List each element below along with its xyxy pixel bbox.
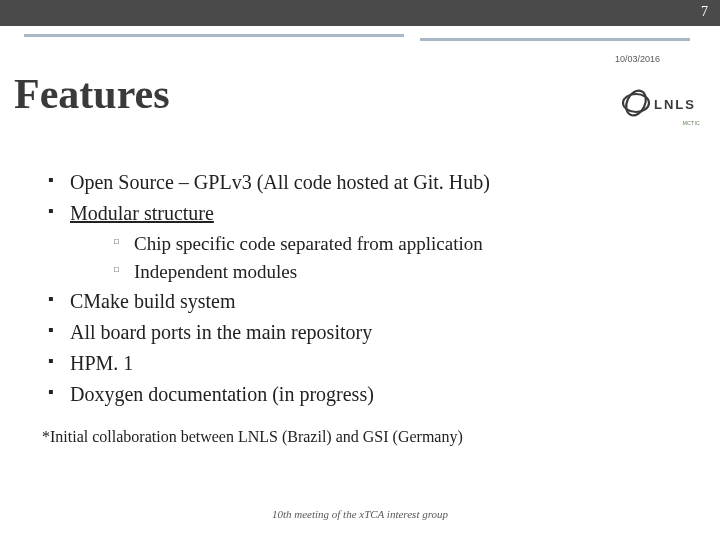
- sub-bullet-chip: Chip specific code separated from applic…: [114, 230, 680, 258]
- logo-subtitle: MCTIC: [622, 120, 700, 126]
- footer-text: 10th meeting of the xTCA interest group: [0, 508, 720, 520]
- divider-line-left: [24, 34, 404, 37]
- lnls-logo-icon: LNLS: [622, 88, 700, 118]
- bullet-list: Open Source – GPLv3 (All code hosted at …: [48, 168, 680, 409]
- divider-line-right: [420, 38, 690, 41]
- bullet-modular-label: Modular structure: [70, 202, 214, 224]
- bullet-modular: Modular structure Chip specific code sep…: [48, 199, 680, 285]
- bullet-cmake: CMake build system: [48, 287, 680, 316]
- footnote: *Initial collaboration between LNLS (Bra…: [42, 428, 463, 446]
- page-number: 7: [701, 4, 708, 20]
- svg-point-1: [622, 88, 649, 118]
- lnls-logo: LNLS MCTIC: [622, 88, 700, 126]
- bullet-ports: All board ports in the main repository: [48, 318, 680, 347]
- bullet-hpm: HPM. 1: [48, 349, 680, 378]
- top-bar: 7: [0, 0, 720, 26]
- divider-area: [0, 26, 720, 42]
- bullet-doxygen: Doxygen documentation (in progress): [48, 380, 680, 409]
- sub-bullet-list: Chip specific code separated from applic…: [114, 230, 680, 285]
- bullet-open-source: Open Source – GPLv3 (All code hosted at …: [48, 168, 680, 197]
- date-label: 10/03/2016: [615, 54, 660, 64]
- sub-bullet-independent: Independent modules: [114, 258, 680, 286]
- logo-text: LNLS: [654, 97, 696, 112]
- slide-title: Features: [14, 70, 170, 118]
- slide: 7 10/03/2016 Features LNLS MCTIC Open So…: [0, 0, 720, 540]
- content-area: Open Source – GPLv3 (All code hosted at …: [48, 168, 680, 411]
